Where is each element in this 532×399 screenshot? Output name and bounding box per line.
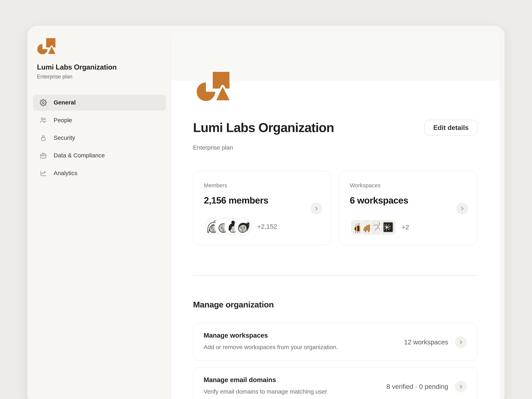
row-right: 8 verified · 0 pending <box>386 368 467 399</box>
chevron-right-icon <box>458 384 463 389</box>
manage-email-domains-row[interactable]: Manage email domains Verify email domain… <box>193 367 477 399</box>
org-logo-large <box>197 71 234 102</box>
workspaces-card-value: 6 workspaces <box>350 196 467 206</box>
manage-workspaces-row[interactable]: Manage workspaces Add or remove workspac… <box>193 323 477 361</box>
org-logo-small <box>37 38 58 55</box>
members-more-count: +2,152 <box>257 223 277 230</box>
title-row: Lumi Labs Organization Edit details <box>193 120 477 135</box>
members-card-value: 2,156 members <box>204 196 321 206</box>
lock-icon <box>40 134 47 141</box>
sidebar-item-label: Analytics <box>54 170 77 177</box>
sidebar-item-label: General <box>54 99 76 106</box>
main-content: Lumi Labs Organization Edit details Ente… <box>171 120 500 399</box>
workspaces-avatar-row: +2 <box>350 219 409 235</box>
members-avatar-row: +2,152 <box>205 218 277 235</box>
sidebar-item-label: Security <box>54 134 75 141</box>
gear-icon <box>40 99 47 106</box>
fireworks-emoji <box>380 219 396 235</box>
sidebar-item-label: People <box>54 117 72 124</box>
chevron-right-icon <box>458 340 463 345</box>
chevron-right-icon <box>460 206 465 211</box>
main-panel: Lumi Labs Organization Edit details Ente… <box>171 30 500 399</box>
members-card-label: Members <box>204 182 321 189</box>
users-icon <box>40 117 47 124</box>
sidebar: Lumi Labs Organization Enterprise plan G… <box>27 26 171 399</box>
sidebar-item-people[interactable]: People <box>33 112 166 128</box>
sidebar-org-plan: Enterprise plan <box>37 74 171 80</box>
members-chevron-button[interactable] <box>310 203 322 215</box>
members-card[interactable]: Members 2,156 members <box>193 171 331 245</box>
plan-subtitle: Enterprise plan <box>193 144 477 151</box>
woman-ponytail-avatar <box>234 218 252 235</box>
workspaces-card[interactable]: Workspaces 6 workspaces <box>339 171 477 245</box>
row-meta: 8 verified · 0 pending <box>386 383 448 390</box>
sidebar-item-label: Data & Compliance <box>54 152 105 159</box>
app-window: Lumi Labs Organization Enterprise plan G… <box>27 25 505 399</box>
sidebar-item-analytics[interactable]: Analytics <box>33 165 166 181</box>
row-right: 12 workspaces <box>404 323 467 361</box>
manage-workspaces-chevron-button[interactable] <box>455 336 467 348</box>
screen: Lumi Labs Organization Enterprise plan G… <box>0 0 532 399</box>
sidebar-item-general[interactable]: General <box>33 95 166 111</box>
page-title: Lumi Labs Organization <box>193 120 334 135</box>
sidebar-nav: General People Securit <box>33 95 166 181</box>
row-meta: 12 workspaces <box>404 338 448 346</box>
section-divider <box>193 275 477 276</box>
sidebar-item-data-compliance[interactable]: Data & Compliance <box>33 147 166 164</box>
workspaces-more-count: +2 <box>402 224 409 231</box>
briefcase-icon <box>40 152 47 159</box>
sidebar-item-security[interactable]: Security <box>33 130 166 146</box>
workspaces-card-label: Workspaces <box>350 182 467 189</box>
stats-row: Members 2,156 members <box>193 171 477 245</box>
sidebar-org-name: Lumi Labs Organization <box>37 63 171 71</box>
trend-chart-icon <box>40 170 47 177</box>
manage-organization-heading: Manage organization <box>193 300 477 310</box>
manage-email-domains-chevron-button[interactable] <box>455 381 467 393</box>
workspaces-chevron-button[interactable] <box>456 203 468 215</box>
edit-details-button[interactable]: Edit details <box>424 120 477 135</box>
chevron-right-icon <box>314 206 319 211</box>
